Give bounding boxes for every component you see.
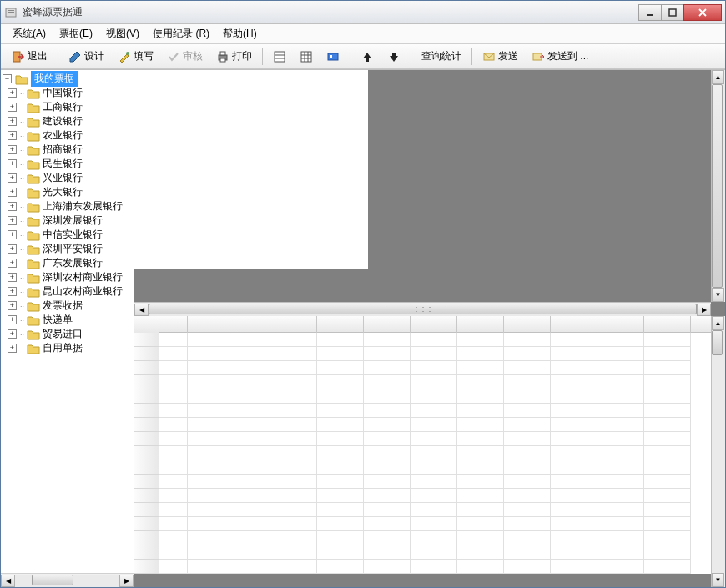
scroll-thumb[interactable]: ⋮⋮⋮ [149, 304, 697, 314]
expand-icon[interactable]: + [8, 273, 17, 282]
grid-cell[interactable] [644, 460, 691, 475]
tree-item[interactable]: +··贸易进口 [3, 327, 132, 341]
grid-cell[interactable] [188, 347, 317, 361]
grid-header-cell[interactable] [411, 316, 457, 333]
grid-cell[interactable] [159, 503, 188, 517]
grid-cell[interactable] [597, 531, 644, 545]
grid-cell[interactable] [644, 560, 691, 574]
expand-icon[interactable]: + [8, 103, 17, 112]
grid-cell[interactable] [457, 404, 504, 418]
table-row[interactable] [134, 489, 711, 503]
query-stats-button[interactable]: 查询统计 [416, 46, 467, 67]
tree-item[interactable]: +··快递单 [3, 313, 132, 327]
grid-cell[interactable] [411, 503, 457, 517]
tree-item[interactable]: +··中国银行 [3, 86, 132, 100]
grid-row-header[interactable] [134, 460, 159, 475]
scroll-thumb[interactable] [32, 575, 73, 585]
tree-item[interactable]: +··中信实业银行 [3, 228, 132, 242]
grid-cell[interactable] [644, 333, 691, 347]
grid-cell[interactable] [644, 389, 691, 404]
grid-cell[interactable] [504, 531, 551, 545]
grid-header-cell[interactable] [134, 316, 159, 333]
table-row[interactable] [134, 517, 711, 531]
grid-header-cell[interactable] [159, 316, 188, 333]
grid-cell[interactable] [411, 545, 457, 560]
grid-cell[interactable] [411, 489, 457, 503]
grid-cell[interactable] [364, 475, 411, 489]
grid-cell[interactable] [364, 531, 411, 545]
grid-cell[interactable] [551, 475, 597, 489]
table-row[interactable] [134, 333, 711, 347]
grid-cell[interactable] [317, 460, 364, 475]
grid-cell[interactable] [504, 545, 551, 560]
grid-cell[interactable] [364, 560, 411, 574]
grid-cell[interactable] [188, 361, 317, 375]
grid-cell[interactable] [317, 418, 364, 432]
grid-cell[interactable] [364, 432, 411, 446]
grid-cell[interactable] [159, 347, 188, 361]
grid-cell[interactable] [411, 375, 457, 389]
grid-row-header[interactable] [134, 475, 159, 489]
menu-help[interactable]: 帮助(H) [218, 25, 262, 43]
expand-icon[interactable]: + [8, 159, 17, 168]
grid-cell[interactable] [188, 475, 317, 489]
grid-cell[interactable] [504, 460, 551, 475]
grid-cell[interactable] [504, 432, 551, 446]
expand-icon[interactable]: + [8, 344, 17, 353]
grid-cell[interactable] [597, 389, 644, 404]
sidebar-hscroll[interactable]: ◀ ▶ [1, 573, 134, 587]
grid-cell[interactable] [551, 517, 597, 531]
grid-cell[interactable] [411, 404, 457, 418]
grid-cell[interactable] [188, 446, 317, 460]
move-down-button[interactable] [381, 47, 406, 67]
expand-icon[interactable]: + [8, 287, 17, 296]
grid-cell[interactable] [159, 517, 188, 531]
grid-cell[interactable] [317, 545, 364, 560]
view-card-button[interactable] [320, 47, 345, 67]
grid-row-header[interactable] [134, 503, 159, 517]
grid-row-header[interactable] [134, 418, 159, 432]
scroll-right-icon[interactable]: ▶ [697, 304, 711, 316]
grid-cell[interactable] [457, 531, 504, 545]
menu-system[interactable]: 系统(A) [8, 25, 51, 43]
print-button[interactable]: 打印 [210, 46, 258, 67]
tree-item[interactable]: +··发票收据 [3, 299, 132, 313]
grid-cell[interactable] [551, 503, 597, 517]
menu-view[interactable]: 视图(V) [101, 25, 144, 43]
grid-cell[interactable] [644, 361, 691, 375]
grid-cell[interactable] [504, 333, 551, 347]
grid-cell[interactable] [364, 489, 411, 503]
grid-cell[interactable] [597, 347, 644, 361]
grid-cell[interactable] [188, 432, 317, 446]
grid-cell[interactable] [317, 389, 364, 404]
grid-cell[interactable] [317, 347, 364, 361]
table-row[interactable] [134, 446, 711, 460]
move-up-button[interactable] [355, 47, 380, 67]
grid-row-header[interactable] [134, 389, 159, 404]
scroll-thumb[interactable] [712, 330, 723, 355]
grid-cell[interactable] [597, 545, 644, 560]
grid-cell[interactable] [188, 503, 317, 517]
grid-cell[interactable] [411, 432, 457, 446]
grid-cell[interactable] [411, 446, 457, 460]
grid-cell[interactable] [457, 347, 504, 361]
grid-cell[interactable] [597, 503, 644, 517]
expand-icon[interactable]: + [8, 329, 17, 339]
grid-row-header[interactable] [134, 404, 159, 418]
grid-cell[interactable] [317, 432, 364, 446]
grid-cell[interactable] [597, 404, 644, 418]
grid-cell[interactable] [188, 517, 317, 531]
grid-header-cell[interactable] [644, 316, 691, 333]
grid-cell[interactable] [159, 460, 188, 475]
grid-cell[interactable] [159, 531, 188, 545]
grid-cell[interactable] [597, 333, 644, 347]
tree-item[interactable]: +··农业银行 [3, 128, 132, 143]
grid-cell[interactable] [457, 503, 504, 517]
grid-cell[interactable] [317, 503, 364, 517]
grid-cell[interactable] [597, 517, 644, 531]
tree-item[interactable]: +··招商银行 [3, 143, 132, 157]
grid-row-header[interactable] [134, 531, 159, 545]
grid-cell[interactable] [364, 404, 411, 418]
grid-cell[interactable] [644, 404, 691, 418]
tree-view[interactable]: − 我的票据 +··中国银行+··工商银行+··建设银行+··农业银行+··招商… [1, 70, 134, 573]
